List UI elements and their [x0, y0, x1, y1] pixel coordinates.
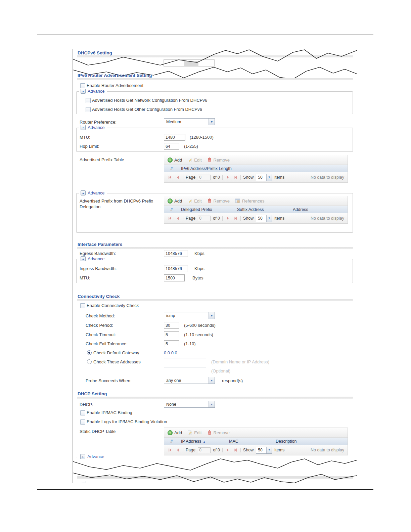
next-page-button[interactable] [225, 216, 230, 221]
enable-ip-mac-binding-checkbox[interactable] [80, 410, 85, 415]
hosts-get-network-config-checkbox[interactable] [86, 98, 91, 103]
remove-button[interactable]: Remove [207, 430, 230, 435]
edit-button[interactable]: Edit [187, 430, 201, 435]
page-number-input[interactable] [198, 175, 211, 180]
egress-bandwidth-input[interactable] [164, 250, 188, 257]
last-page-button[interactable] [233, 175, 238, 180]
hosts-get-other-config-label: Advertised Hosts Get Other Configuration… [92, 107, 202, 112]
advance-collapse-icon[interactable]: ▲ [80, 454, 85, 459]
check-timeout-input[interactable] [164, 331, 179, 338]
table-toolbar: +Add Edit Remove [164, 155, 348, 165]
hosts-get-other-config-checkbox[interactable] [86, 107, 91, 112]
check-period-label: Check Period: [86, 323, 113, 328]
chevron-down-icon[interactable]: ▾ [209, 401, 215, 407]
show-items-select[interactable]: 50▾ [256, 447, 272, 454]
last-page-button[interactable] [233, 216, 238, 221]
trash-icon [207, 198, 212, 204]
chevron-down-icon[interactable]: ▾ [209, 377, 215, 384]
remove-button[interactable]: Remove [207, 198, 230, 204]
pagination-bar: Page of 0 Show 50▾ items No data to disp… [164, 445, 348, 455]
advance-label: Advance [88, 190, 105, 195]
advance-collapse-icon[interactable]: ▲ [81, 89, 86, 94]
router-preference-select[interactable]: Medium ▾ [164, 118, 215, 125]
chevron-down-icon: ▾ [266, 215, 272, 222]
ingress-bandwidth-input[interactable] [164, 265, 188, 272]
prev-page-button[interactable] [175, 216, 181, 221]
check-address-input-1[interactable] [164, 358, 206, 365]
ra-mtu-input[interactable] [164, 134, 185, 141]
ingress-bandwidth-label: Ingress Bandwidth: [80, 266, 117, 271]
next-page-button[interactable] [225, 175, 230, 180]
prev-page-button[interactable] [175, 175, 181, 180]
page-of-label: of 0 [213, 175, 220, 180]
show-label: Show [243, 448, 254, 452]
advance-collapse-icon[interactable]: ▲ [81, 190, 86, 195]
page-number-input[interactable] [198, 447, 211, 453]
advance-collapse-icon[interactable]: ▲ [81, 256, 86, 261]
torn-partial-bar [77, 476, 353, 479]
check-address-input-2[interactable] [164, 367, 206, 374]
delegation-table-label: Advertised Prefix from DHCPv6 Prefix Del… [80, 198, 156, 210]
add-button[interactable]: +Add [168, 430, 182, 435]
show-items-select[interactable]: 50▾ [256, 174, 272, 181]
table-header-row: # IPv6 Address/Prefix Length [164, 165, 348, 172]
ra-mtu-range-hint: (1280-1500) [190, 135, 214, 140]
edit-button[interactable]: Edit [187, 158, 201, 163]
hop-limit-input[interactable] [164, 143, 179, 150]
check-default-gateway-radio[interactable] [87, 350, 92, 355]
interface-mtu-input[interactable] [164, 274, 185, 281]
static-dhcp-table-label: Static DHCP Table [80, 429, 116, 434]
check-these-addresses-label: Check These Addresses [93, 359, 141, 364]
references-button[interactable]: References [235, 198, 264, 204]
last-page-button[interactable] [233, 447, 238, 453]
check-fail-tolerance-hint: (1-10) [184, 341, 196, 346]
add-button[interactable]: +Add [168, 198, 182, 204]
check-these-addresses-radio[interactable] [87, 359, 92, 364]
enable-router-advertisement-label: Enable Router Advertisement [87, 83, 143, 88]
section-heading-dhcpv6: DHCPv6 Setting [78, 50, 112, 55]
edit-icon [187, 158, 192, 163]
table-header-row: # Delegated Prefix Suffix Address Addres… [164, 206, 348, 213]
add-button[interactable]: +Add [168, 158, 182, 163]
first-page-button[interactable] [168, 216, 173, 221]
enable-connectivity-check-checkbox[interactable] [80, 303, 85, 308]
add-icon: + [168, 198, 173, 204]
static-dhcp-table: +Add Edit Remove # IP Address▲ MAC Descr… [164, 428, 348, 455]
check-timeout-label: Check Timeout: [86, 332, 116, 337]
pagination-bar: Page of 0 Show 50▾ items No data to disp… [164, 213, 348, 223]
enable-router-advertisement-checkbox[interactable] [80, 83, 85, 88]
show-items-select[interactable]: 50▾ [256, 215, 272, 222]
edit-button[interactable]: Edit [187, 198, 201, 204]
page-number-input[interactable] [198, 216, 211, 221]
interface-mtu-unit: Bytes [192, 275, 203, 280]
dhcp-mode-select[interactable]: None ▾ [164, 401, 215, 408]
delegation-table: +Add Edit Remove References # Delegated … [164, 196, 348, 224]
probe-succeeds-select[interactable]: any one ▾ [164, 377, 215, 384]
chevron-down-icon[interactable]: ▾ [209, 119, 215, 125]
section-heading-ra: IPv6 Router Advertisement Setting [78, 73, 152, 78]
page-of-label: of 0 [213, 448, 220, 452]
advance-collapse-icon[interactable]: ▲ [81, 125, 86, 130]
remove-button[interactable]: Remove [207, 157, 230, 163]
sort-column-ip-address[interactable]: IP Address▲ [179, 439, 227, 444]
chevron-down-icon: ▾ [266, 447, 272, 453]
items-label: items [274, 216, 284, 221]
advance-group-interface: ▲Advance [76, 259, 353, 283]
page-label: Page [186, 175, 195, 180]
page-header-rule [37, 35, 373, 35]
check-address-hint-1: (Domain Name or IP Address) [211, 359, 269, 364]
trash-icon [207, 430, 212, 435]
check-method-select[interactable]: icmp ▾ [164, 312, 215, 319]
prev-page-button[interactable] [175, 447, 181, 453]
first-page-button[interactable] [168, 447, 173, 453]
hop-limit-range-hint: (1-255) [184, 144, 198, 149]
chevron-down-icon[interactable]: ▾ [209, 312, 215, 319]
next-page-button[interactable] [225, 447, 230, 453]
enable-binding-logs-checkbox[interactable] [80, 419, 85, 425]
check-period-input[interactable] [164, 322, 179, 329]
advance-group-ra-mtu: ▲Advance [76, 128, 353, 152]
check-fail-tolerance-input[interactable] [164, 340, 179, 347]
check-timeout-hint: (1-10 seconds) [184, 332, 213, 337]
table-header-row: # IP Address▲ MAC Description [164, 438, 348, 445]
first-page-button[interactable] [168, 175, 173, 180]
